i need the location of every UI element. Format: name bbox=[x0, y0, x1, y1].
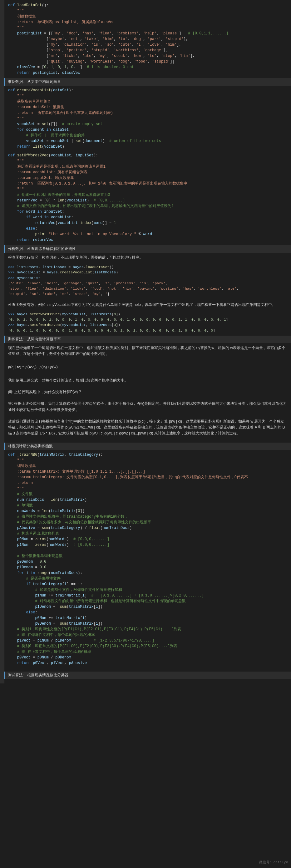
code-interactive-2: >>> bayes.setOfWords2Vec(myVocabList, li… bbox=[8, 312, 287, 333]
formula-bayes: p(ci | w) = p(w|ci) · p(ci) / p(w) bbox=[8, 364, 287, 371]
section-load-dataset: def loadDataSet(): """ 创建数据集 :return: 单词… bbox=[8, 2, 287, 76]
section-interactive-1: >>> listOPosts, listClasses = bayes.load… bbox=[8, 264, 287, 297]
text-answer: 答: 根据上述公式可知，我们计算选式子等同于左边的式子，由于对于每个ci，P(w… bbox=[8, 401, 287, 412]
text-formula-description: 我们使用上述公式，对每个类计算该值，然后比较这两个概率值的大小。 bbox=[8, 377, 287, 383]
text-naive-bayes-explain: 然后我们通过假设 i (每棵性留言者非常)中的文档数除以总的文档数来计算概率 p… bbox=[8, 418, 287, 437]
code-interactive-1: >>> listOPosts, listClasses = bayes.load… bbox=[8, 264, 287, 297]
section-create-vocab: def createVocabList(dataSet): """ 获取所有单词… bbox=[8, 88, 287, 150]
section-header-train: 训练算法: 从词向量计算概率率 bbox=[4, 336, 291, 343]
section-interactive-2: >>> bayes.setOfWords2Vec(myVocabList, li… bbox=[8, 312, 287, 333]
code-train-nb: def _trainNB0(trainMatrix, trainCategory… bbox=[8, 452, 287, 666]
section-header-vocab: 准备数据: 从文本中构建词向量 bbox=[4, 78, 291, 86]
section-train-nb: def _trainNB0(trainMatrix, trainCategory… bbox=[8, 452, 287, 666]
text-train-description: 现在已经知道了一个词是否出现在一篇文档中，也知道该文档所属的类别，接下来我们重写… bbox=[8, 345, 287, 357]
section-header-naive-bayes: 朴素贝叶斯分类器训练函数 bbox=[4, 443, 291, 450]
code-set-words: def setOfWords2Vec(vocabList, inputSet):… bbox=[8, 153, 287, 243]
section-header-analysis: 分析数据: 检查训练条确保解析的正确性 bbox=[4, 245, 291, 253]
code-load-dataset: def loadDataSet(): """ 创建数据集 :return: 单词… bbox=[8, 2, 287, 76]
section-header-test: 测试算法: 根据现实情况修改分类器 bbox=[4, 672, 291, 679]
left-sidebar bbox=[0, 0, 4, 683]
text-check-validity: 检查函数效有效。例如：myVocabList中索引为2的元素是什么单词？应该是 … bbox=[8, 302, 287, 308]
code-create-vocab: def createVocabList(dataSet): """ 获取所有单词… bbox=[8, 88, 287, 150]
section-set-words: def setOfWords2Vec(vocabList, inputSet):… bbox=[8, 153, 287, 243]
text-check-description: 检查函数执行情况，检查词表，不出现重复单词，需要的话，可以对其进行排序。 bbox=[8, 255, 287, 260]
page-container: def loadDataSet(): """ 创建数据集 :return: 单词… bbox=[0, 0, 291, 683]
main-content: def loadDataSet(): """ 创建数据集 :return: 单词… bbox=[4, 0, 291, 683]
text-question: 问: 上述代码实现中，为什么没有计算P(w) ? bbox=[8, 389, 287, 395]
